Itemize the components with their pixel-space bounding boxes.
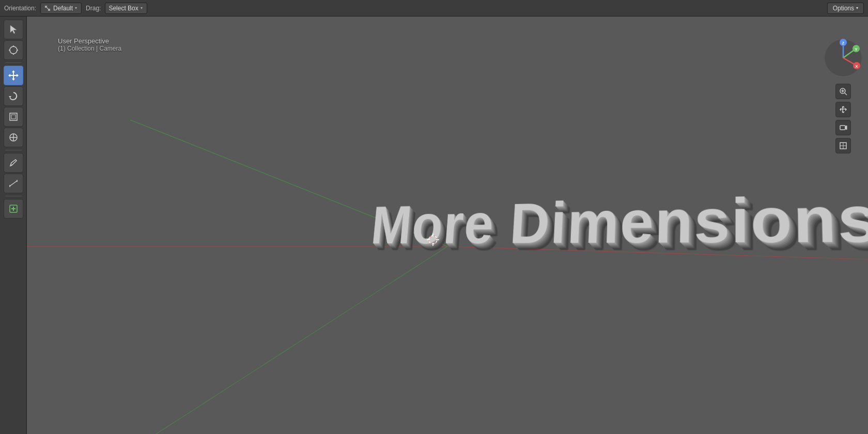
- svg-rect-79: [840, 126, 845, 130]
- axis-gizmo[interactable]: Z Y X: [823, 37, 864, 79]
- svg-text:Z: Z: [842, 41, 845, 45]
- orientation-chevron: ▾: [75, 6, 77, 10]
- header-bar: Orientation: Default ▾ Drag: Select Box …: [0, 0, 868, 17]
- rotate-tool[interactable]: [4, 86, 23, 106]
- orientation-dropdown[interactable]: Default ▾: [40, 3, 82, 14]
- svg-text:X: X: [855, 64, 858, 69]
- svg-marker-12: [8, 74, 10, 77]
- options-button[interactable]: Options ▾: [827, 3, 864, 14]
- rotate-icon: [8, 91, 19, 101]
- toolbar-separator-3: [5, 196, 22, 196]
- ortho-icon: [839, 142, 847, 150]
- measure-tool[interactable]: [4, 174, 23, 193]
- select-icon: [8, 24, 19, 35]
- left-toolbar: [0, 17, 27, 434]
- svg-rect-15: [10, 113, 17, 120]
- pan-tool[interactable]: [835, 102, 851, 117]
- annotate-tool[interactable]: [4, 153, 23, 173]
- ortho-tool[interactable]: [835, 138, 851, 153]
- orientation-label: Orientation:: [4, 5, 36, 12]
- svg-rect-27: [27, 17, 868, 434]
- svg-marker-14: [9, 96, 11, 98]
- add-object-icon: [8, 204, 19, 214]
- svg-marker-80: [845, 126, 847, 130]
- svg-marker-11: [12, 79, 15, 81]
- move-tool[interactable]: [4, 66, 23, 85]
- right-view-tools: [835, 84, 851, 153]
- cursor-tool[interactable]: [4, 40, 23, 60]
- drag-dropdown[interactable]: Select Box ▾: [105, 3, 147, 14]
- svg-marker-75: [842, 106, 845, 107]
- scale-icon: [8, 112, 19, 122]
- zoom-icon: [839, 87, 847, 96]
- camera-view-icon: [839, 123, 847, 132]
- pan-icon: [839, 105, 847, 114]
- collection-info-label: (1) Collection | Camera: [58, 45, 121, 52]
- camera-view-tool[interactable]: [835, 120, 851, 135]
- cursor-icon: [8, 45, 19, 55]
- view-type-label: User Perspective: [58, 37, 121, 45]
- svg-marker-78: [845, 108, 847, 111]
- svg-rect-16: [11, 115, 16, 119]
- viewport[interactable]: User Perspective (1) Collection | Camera: [27, 17, 868, 434]
- svg-marker-77: [840, 108, 841, 111]
- svg-point-3: [10, 47, 17, 54]
- drag-chevron: ▾: [141, 6, 143, 10]
- svg-line-2: [46, 7, 49, 10]
- drag-value: Select Box: [109, 5, 138, 12]
- transform-icon: [8, 132, 19, 143]
- drag-label: Drag:: [86, 5, 101, 12]
- svg-line-72: [845, 93, 847, 95]
- viewport-info: User Perspective (1) Collection | Camera: [58, 37, 121, 52]
- viewport-grid: [27, 17, 868, 434]
- toolbar-separator-1: [5, 63, 22, 63]
- zoom-tool[interactable]: [835, 84, 851, 99]
- svg-text:Y: Y: [855, 47, 858, 52]
- orientation-value: Default: [53, 5, 73, 12]
- 3d-cursor: [426, 233, 440, 247]
- add-object-tool[interactable]: [4, 199, 23, 219]
- svg-marker-13: [17, 74, 19, 77]
- select-tool[interactable]: [4, 20, 23, 39]
- transform-tool[interactable]: [4, 128, 23, 147]
- toolbar-separator-2: [5, 150, 22, 150]
- measure-icon: [8, 178, 19, 189]
- svg-marker-10: [12, 70, 15, 72]
- scale-tool[interactable]: [4, 107, 23, 127]
- svg-line-21: [10, 181, 17, 186]
- axis-gizmo-container: Z Y X: [823, 37, 864, 153]
- orientation-icon: [44, 5, 51, 12]
- move-icon: [8, 70, 19, 81]
- svg-marker-76: [842, 112, 845, 113]
- options-chevron: ▾: [856, 6, 858, 10]
- annotate-icon: [8, 158, 19, 168]
